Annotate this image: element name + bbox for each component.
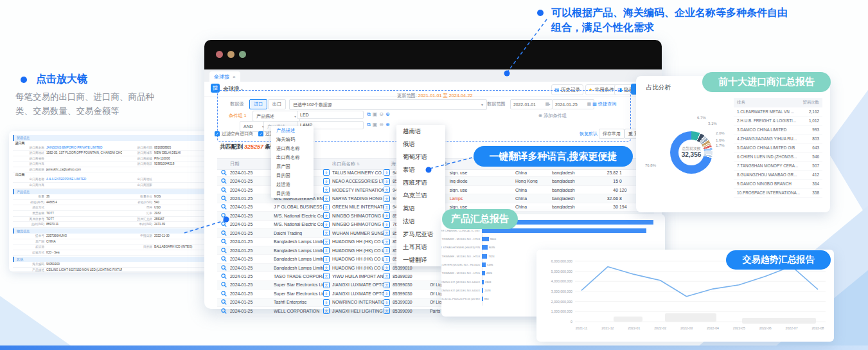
language-menu-item[interactable]: 葡萄牙语 [396,151,445,163]
language-menu-item[interactable]: 乌克兰语 [396,189,445,202]
language-menu-item[interactable]: 土耳其语 [396,241,445,253]
translate-icon[interactable]: 文 [384,299,390,306]
date-to-input[interactable]: 2024-01-25▦ [552,99,594,109]
translate-icon[interactable]: 文 [384,230,390,236]
add-group-link[interactable]: ⊕ 添加条件组 [538,113,567,119]
close-window-icon[interactable] [216,51,223,58]
translate-icon[interactable]: 文 [384,178,390,185]
field-select-1[interactable]: 产品描述▾ [252,111,300,122]
magnifier-icon[interactable] [217,230,230,236]
translate-icon[interactable]: ⧉ [367,122,371,128]
add-condition-icon[interactable]: ⊕ [385,111,390,118]
magnifier-icon[interactable] [217,187,230,193]
translate-icon[interactable]: 文 [384,196,390,202]
date-from-input[interactable]: 2022-01-01▦ [510,99,553,109]
translate-icon[interactable]: 文 [323,239,330,245]
tab-global-search[interactable]: 全球搜 × [209,71,240,82]
translate-icon[interactable]: 文 [384,221,390,228]
translate-icon[interactable]: 文 [323,204,330,210]
translate-icon[interactable]: 文 [384,247,390,253]
translate-icon[interactable]: 文 [323,308,330,314]
translate-icon[interactable]: 文 [384,256,390,262]
magnifier-icon[interactable] [217,213,230,219]
field-menu-item[interactable]: 出口商名称 [271,153,314,162]
magnifier-icon[interactable] [217,273,230,279]
translate-icon[interactable]: 文 [323,282,330,288]
translate-icon[interactable]: 文 [384,187,390,193]
close-tab-icon[interactable]: × [233,74,236,80]
translate-icon[interactable]: 文 [384,290,390,297]
magnifier-icon[interactable] [217,282,230,288]
magnifier-icon[interactable] [217,204,230,210]
minimize-window-icon[interactable] [227,51,235,58]
image-search-icon[interactable]: ▣ [373,111,378,118]
translate-icon[interactable]: 文 [384,204,390,210]
field-menu-item[interactable]: 海关编码 [271,135,314,144]
datasource-select[interactable]: 已选中102个数据源▾ [289,99,487,110]
magnifier-icon[interactable] [217,196,230,201]
quick-search-link[interactable]: ▦ 快捷查询 [592,101,617,107]
magnifier-icon[interactable] [217,178,230,184]
save-favorite-button[interactable]: 保存常用 [599,129,624,139]
magnifier-icon[interactable] [217,239,230,244]
language-menu-item[interactable]: 西班牙语 [396,176,445,189]
language-menu-item[interactable]: 俄语 [396,138,445,151]
translate-icon[interactable]: 文 [384,212,390,219]
translate-icon[interactable]: 文 [384,239,390,245]
field-menu-item[interactable]: 目的港 [271,189,314,198]
magnifier-icon[interactable] [217,170,230,176]
magnifier-icon[interactable] [217,248,230,253]
export-toggle[interactable]: 出口 [268,99,286,109]
magnifier-icon[interactable] [217,256,230,262]
translate-icon[interactable]: 文 [323,178,330,185]
translate-icon[interactable]: 文 [323,264,330,271]
language-menu-item[interactable]: 法语 [396,215,445,228]
field-menu-item[interactable]: 目的国 [271,171,314,180]
translate-icon[interactable]: 文 [323,247,330,253]
field-menu-item[interactable]: 原产国 [271,162,314,171]
translate-icon[interactable]: ⧉ [367,111,371,118]
translate-icon[interactable]: 文 [323,290,330,297]
sort-icon[interactable]: ⇅ [357,162,360,166]
translate-icon[interactable]: 文 [323,169,330,176]
translate-icon[interactable]: 文 [323,256,330,262]
magnifier-icon[interactable] [217,299,230,305]
language-menu-item[interactable]: 泰语 [396,163,445,176]
field-menu-item[interactable]: 进口商名称 [271,144,314,153]
translate-icon[interactable]: 文 [323,273,330,279]
magnifier-icon[interactable] [217,221,230,227]
translate-icon[interactable]: 文 [384,169,390,176]
translate-icon[interactable]: 文 [323,230,330,236]
keyword-input-1[interactable] [297,111,364,119]
detail-value[interactable]: A & A ENTERPRISE LIMITED [46,177,122,182]
translate-icon[interactable]: 文 [384,282,390,288]
import-toggle[interactable]: 进口 [249,99,267,109]
language-menu-item[interactable]: 一键翻译 [396,253,445,266]
translate-icon[interactable]: 文 [384,308,390,314]
field-menu-item[interactable]: 起运港 [271,180,314,189]
detail-value[interactable]: JAINSONS EMPORIO PRIVATE LIMITED [46,145,122,151]
column-header[interactable]: 出口商名称⇅ [332,161,391,167]
filter-blank-importer-checkbox[interactable]: ✓过滤空白进口商 [215,131,253,137]
translate-icon[interactable]: 文 [384,264,390,271]
translate-icon[interactable]: 文 [323,196,330,202]
magnifier-icon[interactable] [217,265,230,271]
remove-condition-icon[interactable]: ⊖ [379,122,384,128]
translate-icon[interactable]: 文 [323,212,330,219]
magnifier-icon[interactable] [217,291,230,297]
translate-icon[interactable]: 文 [323,221,330,228]
translate-icon[interactable]: 文 [323,299,330,306]
column-header[interactable]: 日期 [230,161,274,167]
remove-condition-icon[interactable]: ⊖ [379,111,384,118]
language-menu-item[interactable]: 罗马尼亚语 [396,228,445,241]
language-menu-item[interactable]: 越南语 [396,125,445,138]
maximize-window-icon[interactable] [239,51,246,58]
translate-icon[interactable]: 文 [384,273,390,279]
image-search-icon[interactable]: ▣ [373,122,378,128]
restore-default-link[interactable]: 恢复默认 [580,131,598,137]
field-menu-item[interactable]: 产品描述 [271,126,314,135]
language-menu-item[interactable]: 英语 [396,202,445,215]
magnifier-icon[interactable] [217,308,230,314]
add-condition-icon[interactable]: ⊕ [385,122,390,128]
translate-icon[interactable]: 文 [323,187,330,193]
